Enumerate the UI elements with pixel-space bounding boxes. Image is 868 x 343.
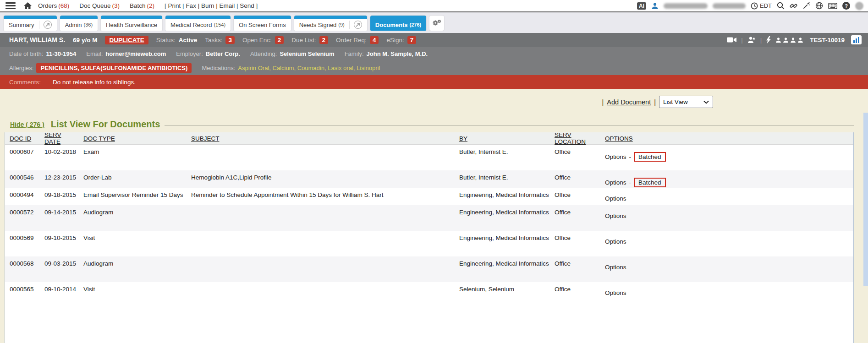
serv-date-cell: 12-23-2015 <box>42 170 81 188</box>
serv-date-cell: 09-14-2015 <box>42 205 81 231</box>
tab-medical-record[interactable]: Medical Record (154) <box>165 16 231 31</box>
view-select[interactable]: List View <box>659 96 713 108</box>
encounter-people-icons[interactable] <box>775 37 803 43</box>
ai-badge[interactable]: AI <box>637 2 646 10</box>
doc-id-cell[interactable]: 0000546 <box>5 170 42 188</box>
doc-id-cell[interactable]: 0000494 <box>5 188 42 205</box>
open-enc-count-badge[interactable]: 2 <box>275 36 284 44</box>
tasks-count-badge[interactable]: 3 <box>225 36 235 44</box>
options-cell: Options <box>602 205 853 231</box>
esign-count-badge[interactable]: 7 <box>407 36 417 44</box>
link-icon[interactable] <box>790 2 797 10</box>
hamburger-menu-icon[interactable] <box>5 2 16 9</box>
serv-date-cell: 10-02-2018 <box>42 145 81 170</box>
add-document-link[interactable]: Add Document <box>607 98 651 106</box>
field-email: Email:horner@mieweb.com <box>86 50 166 57</box>
due-list-count-badge[interactable]: 2 <box>319 36 329 44</box>
scrollbar[interactable] <box>863 113 868 286</box>
stat-esign: eSign: 7 <box>386 36 416 44</box>
user-icon[interactable] <box>651 2 659 10</box>
doc-type-cell: Audiogram <box>81 205 188 231</box>
chart-stats-icon[interactable] <box>851 35 862 44</box>
wand-icon[interactable] <box>802 2 810 10</box>
order-req-count-badge[interactable]: 4 <box>370 36 379 44</box>
tab-settings-button[interactable] <box>429 16 444 31</box>
options-cell: Options - Batched <box>602 170 853 188</box>
table-row: 0000569 09-10-2015 Visit Engineering, Me… <box>5 231 853 256</box>
field-medications: Medications: Aspirin Oral, Calcium, Coum… <box>202 65 380 71</box>
menu-batch[interactable]: Batch(2) <box>130 2 154 9</box>
col-serv-date[interactable]: SERV DATE <box>42 132 81 145</box>
col-by[interactable]: BY <box>456 135 552 142</box>
popout-icon[interactable] <box>354 21 362 29</box>
menu-doc-queue[interactable]: Doc Queue(3) <box>79 2 120 9</box>
comments-bar: Comments: Do not release info to sibling… <box>0 75 868 89</box>
options-link[interactable]: Options <box>605 264 626 271</box>
globe-icon[interactable] <box>815 2 823 10</box>
search-icon[interactable] <box>777 2 785 10</box>
table-row: 0000568 09-03-2015 Audiogram Engineering… <box>5 256 853 282</box>
print-fax-burn-email-send-actions[interactable]: [ Print | Fax | Burn | Email | Send ] <box>165 2 258 9</box>
medications-links[interactable]: Aspirin Oral, Calcium, Coumadin, Lasix o… <box>238 65 380 71</box>
options-link[interactable]: Options <box>605 153 626 160</box>
serv-date-cell: 09-18-2015 <box>42 188 81 205</box>
doc-id-cell[interactable]: 0000568 <box>5 256 42 282</box>
help-icon[interactable]: ? <box>842 2 850 10</box>
timezone-clock[interactable]: EDT <box>751 2 772 10</box>
col-doc-id[interactable]: DOC ID <box>5 135 42 142</box>
doc-id-cell[interactable]: 0000607 <box>5 145 42 170</box>
col-serv-location[interactable]: SERV LOCATION <box>552 132 602 145</box>
menu-orders[interactable]: Orders(68) <box>38 2 69 9</box>
keyboard-icon[interactable] <box>828 3 837 9</box>
serv-location-cell: Office <box>552 170 602 188</box>
redacted-avatar <box>855 2 863 10</box>
col-options[interactable]: OPTIONS <box>602 135 853 142</box>
patient-status: Status: Active <box>156 37 198 44</box>
serv-date-cell: 09-10-2015 <box>42 231 81 256</box>
field-family: Family:John M. Sample, M.D. <box>345 50 428 57</box>
serv-location-cell: Office <box>552 256 602 282</box>
options-link[interactable]: Options <box>605 238 626 245</box>
tab-admin[interactable]: Admin (36) <box>60 16 98 31</box>
col-subject[interactable]: SUBJECT <box>188 135 456 142</box>
table-header: DOC ID SERV DATE DOC TYPE SUBJECT BY SER… <box>5 132 853 145</box>
popout-icon[interactable] <box>44 21 52 29</box>
doc-id-cell[interactable]: 0000569 <box>5 231 42 256</box>
patient-banner: HART, WILLIAM S. 69 y/o M DUPLICATE Stat… <box>0 33 868 47</box>
by-cell: Engineering, Medical Informatics <box>456 205 552 231</box>
batched-badge: Batched <box>634 178 666 187</box>
tab-health-surveillance[interactable]: Health Surveillance <box>101 16 162 31</box>
subject-cell <box>188 145 456 170</box>
tab-needs-signed[interactable]: Needs Signed (9) <box>294 16 367 31</box>
subject-cell: Reminder to Schedule Appointment Within … <box>188 188 456 205</box>
duplicate-badge[interactable]: DUPLICATE <box>105 36 148 44</box>
options-link[interactable]: Options <box>605 212 626 219</box>
serv-location-cell: Office <box>552 282 602 343</box>
clock-icon <box>751 2 758 10</box>
options-link[interactable]: Options <box>605 179 626 186</box>
doc-id-cell[interactable]: 0000565 <box>5 282 42 343</box>
patient-age-sex: 69 y/o M <box>73 37 97 44</box>
documents-toolbar: | Add Document | List View <box>0 96 713 108</box>
options-link[interactable]: Options <box>605 289 626 296</box>
doc-id-cell[interactable]: 0000572 <box>5 205 42 231</box>
tab-summary[interactable]: Summary <box>4 16 57 31</box>
allergies-badge[interactable]: PENICILLINS, SULFA(SULFONAMIDE ANTIBIOTI… <box>36 63 192 73</box>
options-link[interactable]: Options <box>605 195 626 202</box>
video-camera-icon[interactable] <box>727 37 736 43</box>
tab-on-screen-forms[interactable]: On Screen Forms <box>234 16 291 31</box>
tab-documents[interactable]: Documents (276) <box>370 16 426 31</box>
stat-due-list: Due List: 2 <box>291 36 328 44</box>
lightning-icon[interactable] <box>766 36 771 44</box>
serv-location-cell: Office <box>552 231 602 256</box>
batched-badge: Batched <box>634 152 666 162</box>
comments-text: Do not release info to siblings. <box>53 79 136 86</box>
doc-type-cell: Visit <box>81 231 188 256</box>
home-icon[interactable] <box>24 2 32 9</box>
col-doc-type[interactable]: DOC TYPE <box>81 135 188 142</box>
by-cell: Engineering, Medical Informatics <box>456 188 552 205</box>
patient-name[interactable]: HART, WILLIAM S. <box>9 36 65 44</box>
redacted-role <box>713 3 746 9</box>
hide-link[interactable]: Hide ( 276 ) <box>10 121 44 128</box>
add-person-icon[interactable] <box>747 36 756 44</box>
